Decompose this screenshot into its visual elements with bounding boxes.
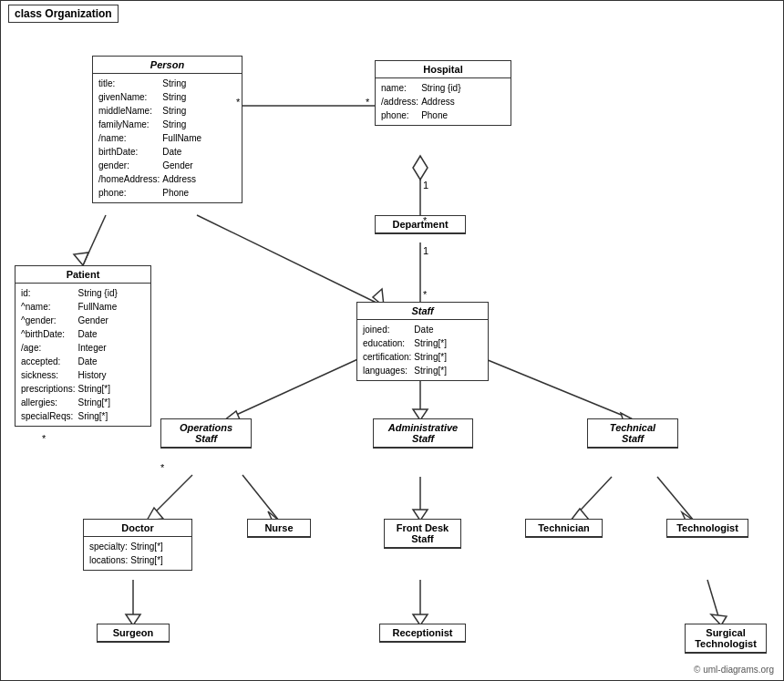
class-front-desk-staff-name: Front Desk Staff: [385, 520, 460, 548]
svg-line-24: [707, 580, 721, 625]
class-technician-name: Technician: [526, 520, 602, 537]
class-operations-staff: Operations Staff: [160, 418, 252, 449]
class-doctor: Doctor specialty:String[*] locations:Str…: [83, 519, 192, 571]
svg-line-10: [147, 475, 192, 521]
mult-hospital-person: *: [366, 97, 369, 108]
svg-marker-27: [74, 253, 88, 265]
class-person: Person title:String givenName:String mid…: [92, 56, 242, 203]
mult-hospital-dept: 1: [423, 180, 428, 191]
class-staff: Staff joined:Date education:String[*] ce…: [356, 302, 489, 381]
class-technologist: Technologist: [666, 519, 748, 538]
class-technologist-name: Technologist: [667, 520, 748, 537]
class-patient-name: Patient: [15, 266, 150, 284]
class-receptionist-name: Receptionist: [380, 624, 465, 642]
class-front-desk-staff: Front Desk Staff: [384, 519, 461, 549]
class-patient: Patient id:String {id} ^name:FullName ^g…: [15, 265, 151, 427]
diagram-container: class Organization: [0, 0, 784, 681]
class-technician: Technician: [525, 519, 603, 538]
class-surgeon: Surgeon: [97, 624, 170, 643]
copyright: © uml-diagrams.org: [694, 665, 774, 675]
class-staff-attrs: joined:Date education:String[*] certific…: [357, 320, 488, 380]
mult-dept-staff: 1: [423, 245, 428, 256]
class-doctor-name: Doctor: [84, 520, 191, 537]
class-surgical-technologist-name: Surgical Technologist: [686, 624, 766, 653]
class-person-name: Person: [93, 57, 242, 74]
class-nurse: Nurse: [247, 519, 311, 538]
class-hospital: Hospital name:String {id} /address:Addre…: [375, 60, 511, 126]
class-surgical-technologist: Surgical Technologist: [685, 624, 767, 654]
class-patient-attrs: id:String {id} ^name:FullName ^gender:Ge…: [15, 284, 150, 426]
class-hospital-name: Hospital: [376, 61, 511, 78]
class-administrative-staff: Administrative Staff: [373, 418, 473, 449]
class-administrative-staff-name: Administrative Staff: [374, 419, 472, 448]
mult-ops-patient: *: [160, 462, 164, 473]
class-technical-staff: Technical Staff: [587, 418, 678, 449]
class-department-name: Department: [376, 216, 465, 233]
svg-line-16: [571, 477, 612, 521]
class-doctor-attrs: specialty:String[*] locations:String[*]: [84, 537, 191, 570]
class-receptionist: Receptionist: [379, 624, 466, 643]
class-hospital-attrs: name:String {id} /address:Address phone:…: [376, 78, 511, 125]
class-nurse-name: Nurse: [248, 520, 310, 537]
class-surgeon-name: Surgeon: [98, 624, 169, 642]
svg-line-26: [83, 215, 106, 265]
class-staff-name: Staff: [357, 303, 488, 320]
svg-marker-2: [413, 156, 428, 180]
class-technical-staff-name: Technical Staff: [588, 419, 677, 448]
class-department: Department: [375, 215, 466, 234]
svg-line-18: [657, 477, 694, 521]
mult-dept-hospital: *: [423, 215, 427, 226]
diagram-title: class Organization: [8, 5, 119, 23]
class-operations-staff-name: Operations Staff: [161, 419, 251, 448]
mult-patient-ops: *: [42, 433, 46, 444]
mult-person-hospital: *: [236, 97, 240, 108]
mult-staff-dept: *: [423, 289, 427, 300]
svg-line-28: [197, 215, 384, 306]
class-person-attrs: title:String givenName:String middleName…: [93, 74, 242, 202]
svg-line-12: [242, 475, 279, 521]
